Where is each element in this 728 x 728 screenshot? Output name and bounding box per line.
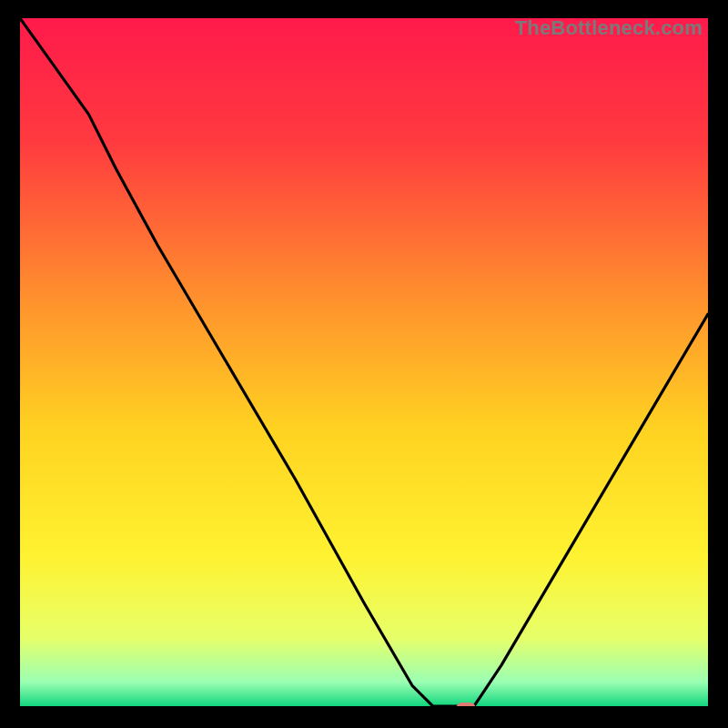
optimal-point-marker [456, 703, 476, 708]
chart-frame: TheBottleneck.com [18, 16, 710, 708]
svg-rect-0 [20, 18, 708, 706]
watermark-text: TheBottleneck.com [515, 16, 703, 40]
chart-background-gradient [20, 18, 708, 706]
